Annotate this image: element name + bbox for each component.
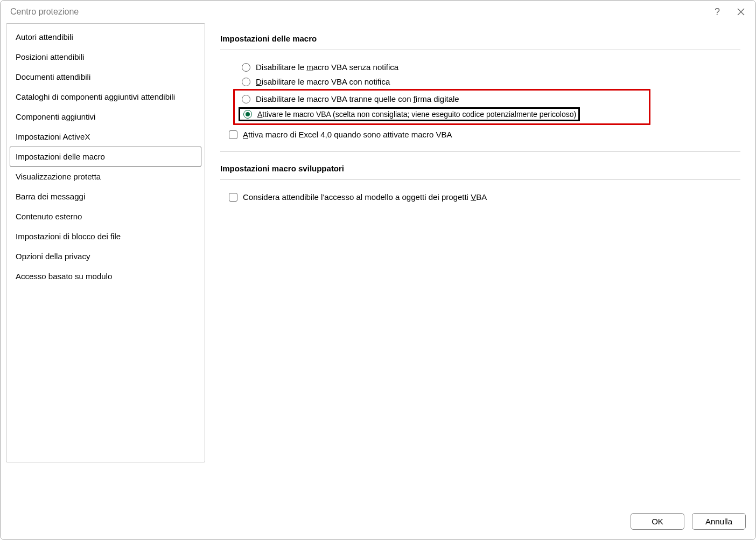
sidebar-item-12[interactable]: Accesso basato su modulo (10, 266, 201, 286)
main-panel: Impostazioni delle macro Disabilitare le… (220, 23, 750, 507)
sidebar-item-4[interactable]: Componenti aggiuntivi (10, 107, 201, 127)
highlight-annotation-red: Disabilitare le macro VBA tranne quelle … (233, 89, 650, 125)
checkbox-excel4-macros[interactable]: Attiva macro di Excel 4,0 quando sono at… (220, 127, 740, 142)
dev-settings-header: Impostazioni macro sviluppatori (220, 164, 740, 180)
sidebar: Autori attendibiliPosizioni attendibiliD… (6, 23, 205, 462)
radio-icon (242, 63, 250, 72)
radio-disable-no-notify[interactable]: Disabilitare le macro VBA senza notifica (241, 60, 740, 74)
sidebar-item-10[interactable]: Impostazioni di blocco dei file (10, 226, 201, 246)
close-icon[interactable] (734, 5, 748, 19)
sidebar-item-9[interactable]: Contenuto esterno (10, 206, 201, 226)
radio-icon (242, 95, 250, 103)
radio-label: Disabilitare le macro VBA tranne quelle … (256, 94, 459, 103)
sidebar-item-3[interactable]: Cataloghi di componenti aggiuntivi atten… (10, 87, 201, 107)
sidebar-item-8[interactable]: Barra dei messaggi (10, 186, 201, 206)
radio-icon (242, 78, 250, 86)
developer-macro-section: Impostazioni macro sviluppatori Consider… (220, 164, 740, 204)
titlebar: Centro protezione ? (1, 1, 755, 23)
dialog-title: Centro protezione (10, 7, 79, 17)
checkbox-label: Considera attendibile l'accesso al model… (243, 192, 487, 202)
radio-disable-except-signed[interactable]: Disabilitare le macro VBA tranne quelle … (241, 92, 649, 106)
checkbox-label: Attiva macro di Excel 4,0 quando sono at… (243, 130, 452, 139)
radio-icon (243, 110, 252, 119)
help-icon[interactable]: ? (710, 5, 724, 19)
sidebar-item-0[interactable]: Autori attendibili (10, 27, 201, 47)
sidebar-item-7[interactable]: Visualizzazione protetta (10, 167, 201, 186)
checkbox-trust-vba-access[interactable]: Considera attendibile l'accesso al model… (220, 190, 740, 204)
cancel-button[interactable]: Annulla (692, 513, 746, 530)
ok-button[interactable]: OK (631, 513, 684, 530)
radio-label: Disabilitare le macro VBA senza notifica (256, 63, 398, 72)
highlight-annotation-black: Attivare le macro VBA (scelta non consig… (239, 107, 580, 121)
sidebar-item-6[interactable]: Impostazioni delle macro (10, 147, 201, 167)
dialog-footer: OK Annulla (1, 507, 755, 539)
section-divider: Attiva macro di Excel 4,0 quando sono at… (220, 127, 740, 152)
radio-label: Disabilitare le macro VBA con notifica (256, 77, 390, 86)
checkbox-icon (229, 193, 237, 202)
sidebar-item-2[interactable]: Documenti attendibili (10, 67, 201, 87)
macro-settings-header: Impostazioni delle macro (220, 34, 740, 50)
radio-disable-with-notify[interactable]: Disabilitare le macro VBA con notifica (241, 74, 740, 89)
trust-center-dialog: Centro protezione ? Autori attendibiliPo… (0, 0, 756, 540)
sidebar-item-5[interactable]: Impostazioni ActiveX (10, 127, 201, 147)
macro-radio-group: Disabilitare le macro VBA senza notifica… (220, 60, 740, 125)
checkbox-icon (229, 130, 237, 139)
sidebar-item-1[interactable]: Posizioni attendibili (10, 47, 201, 67)
radio-enable-all-label[interactable]: Attivare le macro VBA (scelta non consig… (257, 110, 576, 119)
sidebar-item-11[interactable]: Opzioni della privacy (10, 246, 201, 266)
